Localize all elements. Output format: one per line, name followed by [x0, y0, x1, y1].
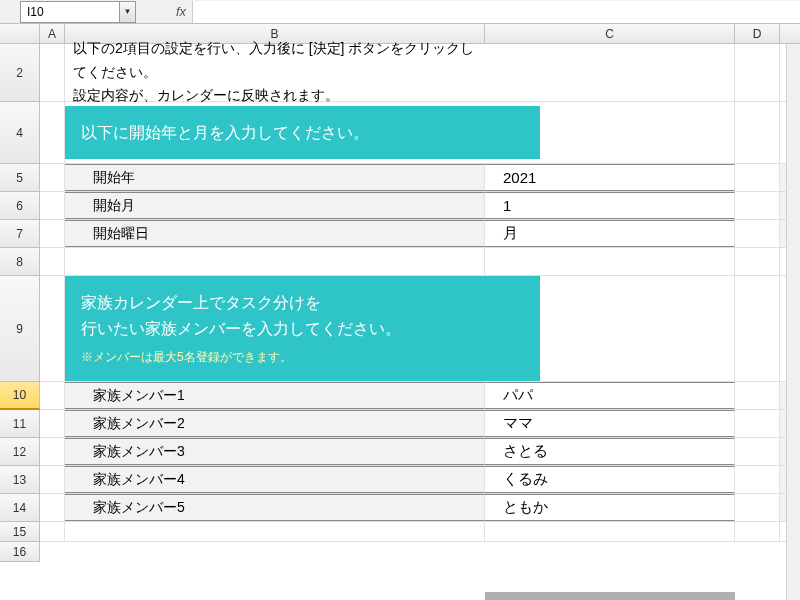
row-header-4[interactable]: 4 — [0, 102, 40, 164]
cell-A5[interactable] — [40, 164, 65, 191]
cell-C8[interactable] — [485, 248, 735, 275]
fx-label: fx — [176, 4, 186, 19]
cell-C4[interactable] — [540, 102, 735, 163]
formula-bar: I10 ▼ fx — [0, 0, 800, 24]
row-header-12[interactable]: 12 — [0, 438, 40, 466]
cell-A8[interactable] — [40, 248, 65, 275]
row-header-6[interactable]: 6 — [0, 192, 40, 220]
value-member-3[interactable]: さとる — [485, 438, 735, 465]
cell-D11[interactable] — [735, 410, 780, 437]
row-header-8[interactable]: 8 — [0, 248, 40, 276]
label-member-2[interactable]: 家族メンバー2 — [65, 410, 485, 437]
value-start-month[interactable]: 1 — [485, 192, 735, 219]
label-member-5[interactable]: 家族メンバー5 — [65, 494, 485, 521]
label-start-month[interactable]: 開始月 — [65, 192, 485, 219]
row-header-5[interactable]: 5 — [0, 164, 40, 192]
vertical-scrollbar[interactable] — [786, 44, 800, 600]
cell-D6[interactable] — [735, 192, 780, 219]
cell-C2[interactable] — [485, 44, 735, 101]
name-box-dropdown-icon[interactable]: ▼ — [120, 1, 136, 23]
cell-D15[interactable] — [735, 522, 780, 541]
cell-D5[interactable] — [735, 164, 780, 191]
cell-A11[interactable] — [40, 410, 65, 437]
cell-A7[interactable] — [40, 220, 65, 247]
cell-A10[interactable] — [40, 382, 65, 409]
row-header-10[interactable]: 10 — [0, 382, 40, 410]
cell-D14[interactable] — [735, 494, 780, 521]
col-header-C[interactable]: C — [485, 24, 735, 43]
formula-input[interactable] — [192, 1, 800, 23]
value-start-year[interactable]: 2021 — [485, 164, 735, 191]
cell-D9[interactable] — [735, 276, 780, 381]
cell-D2[interactable] — [735, 44, 780, 101]
name-box[interactable]: I10 — [20, 1, 120, 23]
cell-B4[interactable]: 以下に開始年と月を入力してください。 — [65, 102, 540, 163]
row-header-7[interactable]: 7 — [0, 220, 40, 248]
cell-A12[interactable] — [40, 438, 65, 465]
cell-B9[interactable]: 家族カレンダー上でタスク分けを 行いたい家族メンバーを入力してください。 ※メン… — [65, 276, 540, 381]
label-member-1[interactable]: 家族メンバー1 — [65, 382, 485, 409]
banner-start-date: 以下に開始年と月を入力してください。 — [65, 106, 540, 160]
col-header-D[interactable]: D — [735, 24, 780, 43]
label-member-3[interactable]: 家族メンバー3 — [65, 438, 485, 465]
label-member-4[interactable]: 家族メンバー4 — [65, 466, 485, 493]
button-shape-partial — [485, 592, 735, 600]
value-member-4[interactable]: くるみ — [485, 466, 735, 493]
cell-D13[interactable] — [735, 466, 780, 493]
cell-A2[interactable] — [40, 44, 65, 101]
row-header-14[interactable]: 14 — [0, 494, 40, 522]
value-member-1[interactable]: パパ — [485, 382, 735, 409]
row-header-13[interactable]: 13 — [0, 466, 40, 494]
cell-C15[interactable] — [485, 522, 735, 541]
value-member-5[interactable]: ともか — [485, 494, 735, 521]
cell-A13[interactable] — [40, 466, 65, 493]
value-start-weekday[interactable]: 月 — [485, 220, 735, 247]
value-member-2[interactable]: ママ — [485, 410, 735, 437]
select-all-corner[interactable] — [0, 24, 40, 43]
col-header-A[interactable]: A — [40, 24, 65, 43]
cell-A6[interactable] — [40, 192, 65, 219]
row-header-11[interactable]: 11 — [0, 410, 40, 438]
cell-A9[interactable] — [40, 276, 65, 381]
cell-B2[interactable]: 以下の2項目の設定を行い、入力後に [決定] ボタンをクリックしてください。 設… — [65, 44, 485, 101]
cell-A15[interactable] — [40, 522, 65, 541]
row-header-15[interactable]: 15 — [0, 522, 40, 542]
label-start-year[interactable]: 開始年 — [65, 164, 485, 191]
label-start-weekday[interactable]: 開始曜日 — [65, 220, 485, 247]
row-header-16[interactable]: 16 — [0, 542, 40, 562]
cell-D10[interactable] — [735, 382, 780, 409]
cell-B8[interactable] — [65, 248, 485, 275]
cell-A4[interactable] — [40, 102, 65, 163]
cell-A14[interactable] — [40, 494, 65, 521]
cell-B15[interactable] — [65, 522, 485, 541]
cell-D7[interactable] — [735, 220, 780, 247]
cell-D8[interactable] — [735, 248, 780, 275]
row-header-9[interactable]: 9 — [0, 276, 40, 382]
cell-C9[interactable] — [540, 276, 735, 381]
cell-D12[interactable] — [735, 438, 780, 465]
row-header-2[interactable]: 2 — [0, 44, 40, 102]
banner-family-members: 家族カレンダー上でタスク分けを 行いたい家族メンバーを入力してください。 ※メン… — [65, 276, 540, 380]
cell-D4[interactable] — [735, 102, 780, 163]
